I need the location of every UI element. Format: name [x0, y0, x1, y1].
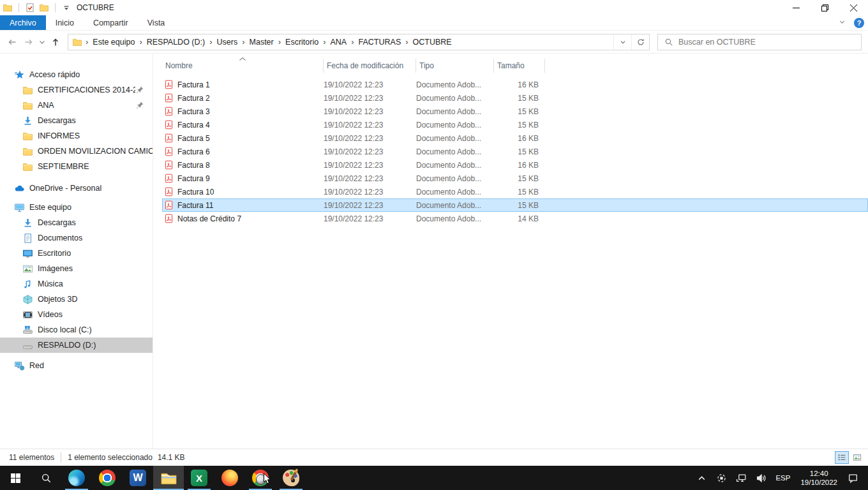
pdf-icon [164, 147, 174, 156]
network-icon[interactable] [731, 466, 751, 490]
file-row-factura-6[interactable]: Factura 619/10/2022 12:23Documento Adob.… [162, 145, 868, 158]
sidebar-item-objetos-3d[interactable]: Objetos 3D [0, 292, 153, 307]
volume-icon[interactable] [751, 466, 771, 490]
recent-locations-icon[interactable] [37, 34, 47, 50]
chrome-icon [99, 470, 116, 486]
sidebar-item-v-deos[interactable]: Vídeos [0, 307, 153, 322]
breadcrumb-item-respaldo-d[interactable]: RESPALDO (D:) [143, 38, 209, 47]
sidebar-item-informes[interactable]: INFORMES [0, 128, 153, 144]
taskbar-word-button[interactable] [123, 466, 153, 490]
file-modified: 19/10/2022 12:23 [324, 214, 416, 223]
sidebar-item-septiembre[interactable]: SEPTIEMBRE [0, 159, 153, 174]
sidebar-item-descargas[interactable]: Descargas [0, 215, 153, 230]
sync-icon[interactable] [712, 466, 731, 490]
file-name: Factura 10 [177, 188, 214, 197]
tab-archivo[interactable]: Archivo [0, 15, 46, 30]
file-row-factura-10[interactable]: Factura 1019/10/2022 12:23Documento Adob… [162, 185, 868, 198]
properties-check-icon[interactable] [25, 3, 35, 13]
breadcrumb: ›Este equipo›RESPALDO (D:)›Users›Master›… [85, 37, 456, 47]
language-indicator[interactable]: ESP [771, 466, 795, 490]
close-button[interactable] [839, 0, 868, 15]
sidebar-item-red[interactable]: Red [0, 358, 153, 373]
folder-icon [22, 146, 33, 157]
file-row-factura-4[interactable]: Factura 419/10/2022 12:23Documento Adob.… [162, 118, 868, 131]
taskbar-file-explorer-button[interactable] [153, 466, 184, 490]
column-header-nombre[interactable]: Nombre [162, 59, 324, 73]
chevron-up-icon[interactable] [692, 466, 712, 490]
file-row-factura-8[interactable]: Factura 819/10/2022 12:23Documento Adob.… [162, 158, 868, 172]
tab-inicio[interactable]: Inicio [46, 15, 84, 30]
pdf-icon [164, 107, 174, 116]
clock[interactable]: 12:40 19/10/2022 [795, 469, 843, 487]
taskbar-taskbar-search[interactable] [31, 466, 61, 490]
breadcrumb-item-escritorio[interactable]: Escritorio [281, 38, 322, 47]
details-view-button[interactable] [835, 451, 849, 464]
sidebar-item-certificaciones-2014-2019[interactable]: CERTIFICACIONES 2014-2019 [0, 82, 153, 98]
new-folder-icon[interactable] [39, 3, 49, 13]
up-button[interactable] [47, 34, 64, 50]
breadcrumb-item-facturas[interactable]: FACTURAS [355, 38, 405, 47]
sidebar-item-este-equipo[interactable]: Este equipo [0, 200, 153, 215]
search-input[interactable] [678, 34, 861, 50]
sidebar-item-label: Documentos [38, 234, 82, 242]
file-modified: 19/10/2022 12:23 [324, 107, 416, 116]
breadcrumb-item-octubre[interactable]: OCTUBRE [409, 38, 456, 47]
file-row-notas-de-cr-dito-7[interactable]: Notas de Crédito 719/10/2022 12:23Docume… [162, 212, 868, 225]
navigation-pane: Acceso rápidoCERTIFICACIONES 2014-2019AN… [0, 54, 153, 449]
file-size: 14 KB [494, 214, 545, 223]
file-modified: 19/10/2022 12:23 [324, 174, 416, 183]
taskbar-chrome-profile-button[interactable] [245, 466, 276, 490]
forward-button[interactable] [20, 34, 37, 50]
address-bar[interactable]: ›Este equipo›RESPALDO (D:)›Users›Master›… [68, 34, 650, 50]
action-center-icon[interactable] [843, 466, 863, 490]
file-row-factura-9[interactable]: Factura 919/10/2022 12:23Documento Adob.… [162, 172, 868, 185]
breadcrumb-item-ana[interactable]: ANA [327, 38, 351, 47]
file-row-factura-3[interactable]: Factura 319/10/2022 12:23Documento Adob.… [162, 105, 868, 118]
file-row-factura-11[interactable]: Factura 1119/10/2022 12:23Documento Adob… [162, 198, 868, 212]
tab-vista[interactable]: Vista [138, 15, 175, 30]
sidebar-item-disco-local-c[interactable]: Disco local (C:) [0, 322, 153, 338]
taskbar-excel-button[interactable] [184, 466, 214, 490]
help-button[interactable]: ? [854, 18, 864, 28]
file-row-factura-2[interactable]: Factura 219/10/2022 12:23Documento Adob.… [162, 91, 868, 105]
thumbnails-view-button[interactable] [850, 451, 864, 464]
breadcrumb-item-users[interactable]: Users [213, 38, 242, 47]
sidebar-item-escritorio[interactable]: Escritorio [0, 246, 153, 261]
refresh-icon[interactable] [631, 34, 649, 50]
documents-icon [22, 233, 33, 244]
window-controls [782, 0, 868, 15]
pdf-icon [164, 214, 174, 223]
sidebar-item-label: Música [38, 279, 63, 288]
tab-compartir[interactable]: Compartir [84, 15, 138, 30]
sidebar-item-acceso-r-pido[interactable]: Acceso rápido [0, 67, 153, 82]
back-button[interactable] [4, 34, 20, 50]
address-dropdown-icon[interactable] [613, 34, 631, 50]
taskbar-firefox-button[interactable] [214, 466, 245, 490]
sidebar-item-orden-movilizacion-camion-2[interactable]: ORDEN MOVILIZACION CAMION 2 [0, 144, 153, 159]
sidebar-item-label: Vídeos [38, 310, 63, 319]
sidebar-item-documentos[interactable]: Documentos [0, 230, 153, 246]
qat-dropdown-icon[interactable] [61, 3, 71, 13]
file-row-factura-5[interactable]: Factura 519/10/2022 12:23Documento Adob.… [162, 131, 868, 145]
restore-button[interactable] [811, 0, 839, 15]
sidebar-item-m-sica[interactable]: Música [0, 276, 153, 292]
minimize-button[interactable] [782, 0, 811, 15]
breadcrumb-item-este-equipo[interactable]: Este equipo [89, 38, 138, 47]
taskbar-paint-button[interactable] [276, 466, 306, 490]
ribbon-collapse-icon[interactable] [838, 17, 846, 29]
music-icon [22, 279, 33, 290]
sidebar-item-respaldo-d[interactable]: RESPALDO (D:) [0, 338, 153, 353]
file-row-factura-1[interactable]: Factura 119/10/2022 12:23Documento Adob.… [162, 78, 868, 91]
column-header-tipo[interactable]: Tipo [416, 59, 494, 73]
taskbar-chrome-button[interactable] [92, 466, 123, 490]
taskbar-start-button[interactable] [0, 466, 31, 490]
sidebar-item-ana[interactable]: ANA [0, 98, 153, 113]
column-header-fecha[interactable]: Fecha de modificación [324, 59, 416, 73]
sidebar-item-onedrive-personal[interactable]: OneDrive - Personal [0, 181, 153, 196]
breadcrumb-item-master[interactable]: Master [246, 38, 278, 47]
pdf-icon [164, 133, 174, 143]
sidebar-item-descargas[interactable]: Descargas [0, 113, 153, 128]
taskbar-edge-button[interactable] [61, 466, 92, 490]
sidebar-item-im-genes[interactable]: Imágenes [0, 261, 153, 276]
column-header-tamano[interactable]: Tamaño [494, 59, 545, 73]
